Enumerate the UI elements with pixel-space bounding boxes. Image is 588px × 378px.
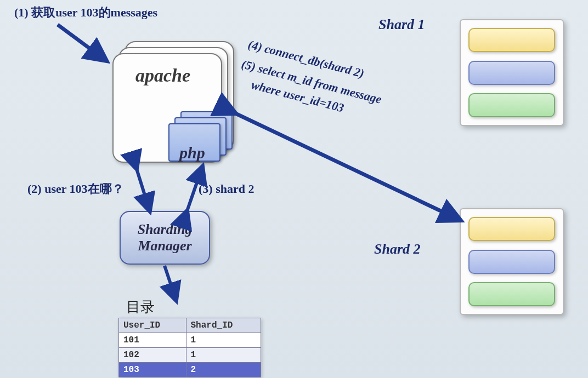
db-table-icon [468, 282, 555, 306]
table-row-highlighted: 103 2 [119, 363, 261, 377]
step1-label: (1) 获取user 103的messages [14, 4, 157, 21]
db-table-icon [468, 217, 555, 241]
directory-label: 目录 [126, 297, 155, 317]
paper-front: apache php [112, 53, 222, 163]
php-text: php [179, 144, 205, 162]
directory-table: User_ID Shard_ID 101 1 102 1 103 2 [118, 318, 261, 377]
cell-sid: 1 [186, 348, 261, 363]
php-box-front: php [168, 123, 220, 162]
cell-sid: 2 [186, 363, 261, 377]
arrow-step4-5 [233, 112, 458, 219]
cell-sid: 1 [186, 333, 261, 348]
db-table-icon [468, 250, 555, 274]
shard2-label: Shard 2 [374, 241, 421, 257]
shard-1-db [460, 19, 564, 126]
table-row: 101 1 [119, 333, 261, 348]
cell-uid: 101 [119, 333, 186, 348]
sharding-line2: Manager [138, 238, 191, 254]
table-row: 102 1 [119, 348, 261, 363]
step3-label: (3) shard 2 [199, 182, 254, 196]
shard-2-db [460, 208, 564, 315]
apache-server: apache php [112, 41, 239, 167]
step2-label: (2) user 103在哪？ [27, 181, 124, 197]
cell-uid: 103 [119, 363, 186, 377]
arrow-step2 [136, 167, 149, 209]
sharding-manager: Sharding Manager [120, 211, 210, 265]
table-header-row: User_ID Shard_ID [119, 318, 261, 333]
shard1-label: Shard 1 [378, 16, 425, 33]
sharding-line1: Sharding [138, 221, 193, 237]
col-shard-id: Shard_ID [186, 318, 261, 333]
arrow-step1 [58, 25, 104, 59]
arrow-to-directory [165, 266, 176, 299]
db-table-icon [468, 61, 555, 85]
col-user-id: User_ID [119, 318, 186, 333]
apache-text: apache [135, 65, 190, 86]
db-table-icon [468, 28, 555, 52]
db-table-icon [468, 93, 555, 117]
php-stack: php [168, 111, 234, 166]
cell-uid: 102 [119, 348, 186, 363]
